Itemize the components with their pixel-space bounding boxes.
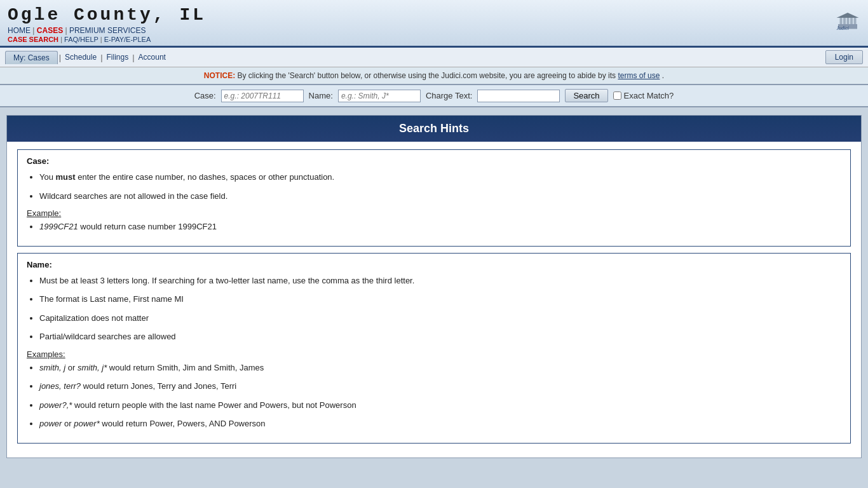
charge-label: Charge Text:: [426, 91, 472, 100]
site-header: Ogle County, IL HOME | CASES | PREMIUM S…: [0, 0, 868, 48]
case-bullets: You must enter the entire case number, n…: [39, 171, 841, 202]
name-examples: smith, j or smith, j* would return Smith…: [39, 362, 841, 430]
svg-marker-6: [837, 13, 859, 18]
case-input[interactable]: [221, 90, 304, 102]
terms-link[interactable]: terms of use: [618, 71, 660, 80]
content-header: Search Hints: [7, 116, 861, 142]
ne1-italic2: smith, j*: [78, 363, 107, 372]
tab-sep1: |: [58, 51, 62, 64]
name-example-4: power or power* would return Power, Powe…: [39, 417, 841, 430]
svg-rect-5: [854, 18, 857, 24]
nav-premium[interactable]: PREMIUM SERVICES: [69, 26, 146, 35]
login-button[interactable]: Login: [825, 50, 863, 64]
svg-rect-3: [847, 18, 850, 24]
name-example-3: power?,* would return people with the la…: [39, 399, 841, 412]
name-bullets: Must be at least 3 letters long. If sear…: [39, 274, 841, 343]
case-bullet-2: Wildcard searches are not allowed in the…: [39, 190, 841, 203]
notice-text: By clicking the 'Search' button below, o…: [238, 71, 618, 80]
case-example-1: 1999CF21 would return case number 1999CF…: [39, 220, 841, 233]
content-body: Case: You must enter the entire case num…: [7, 142, 861, 458]
exact-match-label: Exact Match?: [613, 91, 674, 100]
tab-sep2: |: [99, 51, 104, 64]
ne1-italic1: smith, j: [39, 363, 65, 372]
nav-case-search[interactable]: CASE SEARCH: [8, 36, 58, 43]
name-bullet-3: Capitalization does not matter: [39, 312, 841, 325]
exact-match-text: Exact Match?: [624, 91, 674, 100]
search-button[interactable]: Search: [565, 89, 607, 102]
must-bold: must: [56, 172, 76, 182]
logo: Judici: [835, 5, 860, 37]
ne4-italic2: power*: [74, 419, 99, 428]
charge-text-input[interactable]: [477, 90, 560, 102]
name-hint-section: Name: Must be at least 3 letters long. I…: [17, 253, 851, 444]
case-hint-section: Case: You must enter the entire case num…: [17, 149, 851, 247]
name-bullet-2: The format is Last name, First name MI: [39, 293, 841, 306]
header-left: Ogle County, IL HOME | CASES | PREMIUM S…: [8, 5, 206, 43]
tab-my-cases[interactable]: My: Cases: [5, 51, 58, 64]
judici-logo-icon: Judici: [835, 5, 860, 37]
name-example-1: smith, j or smith, j* would return Smith…: [39, 362, 841, 374]
tab-sep3: |: [131, 51, 135, 64]
svg-rect-2: [843, 18, 846, 24]
nav-epay[interactable]: E-PAY/E-PLEA: [104, 36, 151, 43]
site-title: Ogle County, IL: [8, 5, 206, 25]
secondary-nav: CASE SEARCH | FAQ/HELP | E-PAY/E-PLEA: [8, 36, 206, 43]
tab-account[interactable]: Account: [136, 51, 168, 64]
name-example-2: jones, terr? would return Jones, Terry a…: [39, 380, 841, 393]
name-bullet-4: Partial/wildcard searches are allowed: [39, 330, 841, 343]
notice-label: NOTICE:: [204, 71, 235, 80]
name-bullet-1: Must be at least 3 letters long. If sear…: [39, 274, 841, 287]
login-bar: My: Cases | Schedule | Filings | Account…: [0, 48, 868, 67]
exact-match-checkbox[interactable]: [613, 92, 621, 100]
ne3-italic: power?,*: [39, 400, 72, 410]
nav-tabs: My: Cases | Schedule | Filings | Account: [5, 51, 168, 64]
case-label: Case:: [194, 91, 216, 100]
name-input[interactable]: [338, 90, 421, 102]
nav-cases[interactable]: CASES: [37, 26, 63, 35]
ne4-italic1: power: [39, 419, 62, 428]
primary-nav: HOME | CASES | PREMIUM SERVICES: [8, 26, 206, 35]
name-label: Name:: [309, 91, 333, 100]
notice-end: .: [662, 71, 664, 80]
tab-filings[interactable]: Filings: [104, 51, 132, 64]
tab-schedule[interactable]: Schedule: [62, 51, 99, 64]
nav-faq[interactable]: FAQ/HELP: [64, 36, 98, 43]
case-bullet-1: You must enter the entire case number, n…: [39, 171, 841, 184]
svg-rect-4: [850, 18, 853, 24]
search-bar: Case: Name: Charge Text: Search Exact Ma…: [0, 85, 868, 107]
nav-home[interactable]: HOME: [8, 26, 31, 35]
case-examples: 1999CF21 would return case number 1999CF…: [39, 220, 841, 233]
case-example-header: Example:: [27, 208, 841, 218]
ne2-italic: jones, terr?: [39, 381, 81, 391]
name-section-title: Name:: [27, 260, 841, 269]
name-example-header: Examples:: [27, 349, 841, 359]
case-section-title: Case:: [27, 156, 841, 166]
notice-bar: NOTICE: By clicking the 'Search' button …: [0, 67, 868, 85]
main-content: Search Hints Case: You must enter the en…: [6, 115, 862, 458]
case-example-italic: 1999CF21: [39, 222, 78, 231]
svg-rect-1: [840, 18, 843, 24]
svg-text:Judici: Judici: [837, 25, 850, 31]
